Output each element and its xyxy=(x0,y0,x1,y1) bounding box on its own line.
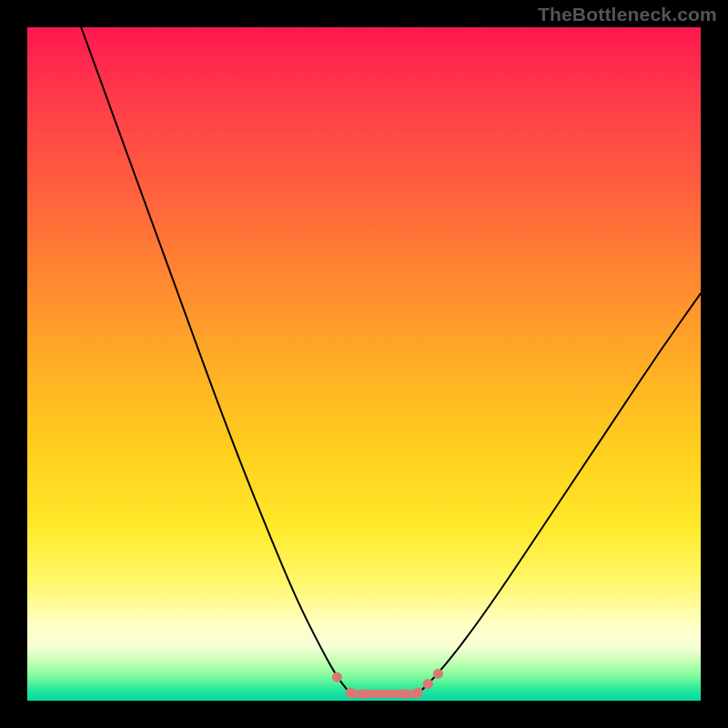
right-curve xyxy=(418,293,701,693)
watermark-text: TheBottleneck.com xyxy=(538,4,717,25)
chart-stage: TheBottleneck.com xyxy=(0,0,728,728)
plot-area xyxy=(27,27,701,701)
marker-dot xyxy=(399,689,410,699)
marker-dot xyxy=(433,669,443,679)
marker-dot xyxy=(332,672,342,682)
marker-dot xyxy=(413,688,423,698)
left-curve xyxy=(81,27,350,694)
curves-svg xyxy=(27,27,701,701)
marker-dot xyxy=(346,688,356,698)
marker-dot xyxy=(423,679,433,689)
marker-dot xyxy=(359,689,369,699)
